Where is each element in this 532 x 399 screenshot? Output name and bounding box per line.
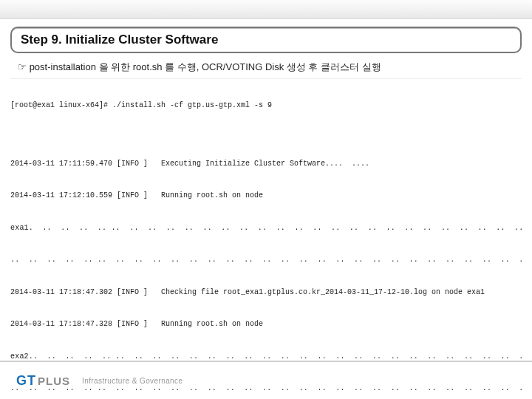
- subtitle-line: ☞ post-installation 을 위한 root.sh 를 수행, O…: [18, 61, 514, 74]
- footer: GTPLUS Infrastructure & Governance: [0, 361, 532, 399]
- terminal-line: .. .. .. .. .. .. .. .. .. .. .. .. .. .…: [10, 255, 522, 266]
- pointing-hand-icon: ☞: [18, 61, 27, 72]
- logo-plus: PLUS: [38, 375, 70, 387]
- footer-tagline: Infrastructure & Governance: [82, 377, 183, 385]
- terminal-line: exa1. .. .. .. .. .. .. .. .. .. .. .. .…: [10, 223, 522, 234]
- terminal-line: 2014-03-11 17:18:47.302 [INFO ] Checking…: [10, 287, 522, 299]
- slide: Step 9. Initialize Cluster Software ☞ po…: [0, 0, 532, 399]
- step-title-card: Step 9. Initialize Cluster Software: [10, 27, 522, 53]
- top-gradient-bar: [0, 0, 532, 19]
- terminal-line: 2014-03-11 17:11:59.470 [INFO ] Executin…: [10, 159, 522, 170]
- terminal-line: 2014-03-11 17:18:47.328 [INFO ] Running …: [10, 319, 522, 330]
- terminal-output: [root@exa1 linux-x64]# ./install.sh -cf …: [10, 78, 522, 399]
- logo: GTPLUS: [16, 373, 70, 389]
- terminal-line: [root@exa1 linux-x64]# ./install.sh -cf …: [10, 100, 522, 112]
- terminal-line: 2014-03-11 17:12:10.559 [INFO ] Running …: [10, 191, 522, 202]
- step-title-text: Step 9. Initialize Cluster Software: [21, 33, 218, 47]
- logo-gt: GT: [16, 373, 36, 389]
- subtitle-text: post-installation 을 위한 root.sh 를 수행, OCR…: [30, 61, 381, 72]
